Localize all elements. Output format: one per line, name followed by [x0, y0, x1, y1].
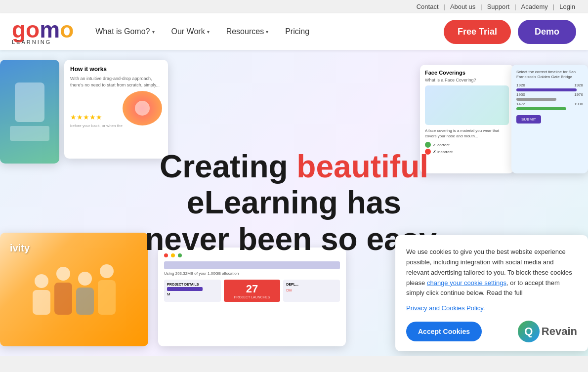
quiz-row-3: 1472 1938 — [516, 102, 583, 106]
main-nav: What is Gomo? ▾ Our Work ▾ Resources ▾ P… — [88, 22, 429, 41]
cookie-text-1: We use cookies to give you the best webs… — [406, 248, 566, 266]
topbar-about[interactable]: About us — [447, 3, 478, 10]
cookie-banner: We use cookies to give you the best webs… — [395, 235, 588, 351]
topbar-academy[interactable]: Academy — [518, 3, 551, 10]
body-1 — [33, 290, 50, 315]
card-face-subtitle: What is a Face Covering? — [425, 78, 509, 83]
sep3: | — [514, 3, 516, 10]
dash-cell-details: PROJECT DETAILS M — [164, 280, 221, 302]
revain-text: Revain — [542, 325, 577, 338]
cell-graphic — [123, 91, 162, 125]
quiz-bar-2 — [516, 98, 556, 101]
cell-date: Din — [286, 288, 337, 292]
body-4 — [98, 280, 116, 315]
privacy-policy-link[interactable]: Privacy and Cookies Policy — [406, 304, 483, 312]
nav-pricing-label: Pricing — [285, 27, 309, 36]
cookie-text-2nd: Privacy and Cookies Policy. — [406, 303, 577, 314]
demo-button[interactable]: Demo — [518, 20, 576, 44]
nav-our-work[interactable]: Our Work ▾ — [165, 22, 216, 41]
scene-inner — [0, 60, 59, 164]
quiz-submit-button[interactable]: SUBMIT — [516, 115, 541, 124]
face-image — [425, 85, 509, 125]
hero-line1: Creating — [160, 149, 296, 184]
dash-cell-deploy: DEPL... Din — [283, 280, 340, 302]
top-bar: Contact | About us | Support | Academy |… — [0, 0, 588, 13]
header-actions: Free Trial Demo — [444, 20, 576, 44]
chevron-down-icon: ▾ — [266, 29, 268, 35]
topbar-support[interactable]: Support — [484, 3, 513, 10]
road-graphic — [10, 126, 49, 141]
quiz-year6: 1938 — [574, 102, 583, 106]
card-face-title: Face Coverings — [425, 70, 509, 76]
cell-details-label: PROJECT DETAILS — [167, 283, 218, 286]
head-1 — [35, 274, 48, 288]
quiz-year3: 1950 — [516, 92, 525, 97]
cell-bar — [167, 287, 203, 291]
chevron-down-icon: ▾ — [207, 29, 210, 35]
logo-o2: o — [60, 17, 74, 42]
head-2 — [56, 267, 70, 281]
hero-line2: eLearning has — [187, 185, 401, 220]
nav-resources[interactable]: Resources ▾ — [219, 22, 275, 41]
cell-inner — [135, 101, 150, 116]
quiz-year2: 1928 — [574, 83, 583, 87]
card-team-photo: ivity — [0, 233, 148, 346]
dash-grid: PROJECT DETAILS M 27 PROJECT LAUNCHES DE… — [164, 280, 340, 302]
free-trial-button[interactable]: Free Trial — [444, 20, 511, 44]
card-how-text: With an intuitive drag-and-drop approach… — [70, 76, 162, 88]
dash-cell-launches: PROJECT LAUNCHES — [234, 295, 270, 299]
logo-learning: LEARNING — [12, 39, 51, 45]
nav-pricing[interactable]: Pricing — [278, 22, 316, 41]
accept-cookies-button[interactable]: Accept Cookies — [406, 322, 482, 341]
cell-m: M — [167, 292, 218, 296]
head-4 — [100, 264, 114, 278]
quiz-question: Select the correct timeline for San Fran… — [516, 70, 583, 80]
logo-gomo: gomo — [12, 18, 74, 41]
sep2: | — [480, 3, 482, 10]
head-3 — [78, 272, 92, 286]
quiz-year4: 1976 — [574, 92, 583, 97]
quiz-row-2: 1950 1976 — [516, 92, 583, 97]
cookie-settings-link[interactable]: change your cookie settings — [427, 279, 506, 287]
cell-deploy-label: DEPL... — [286, 283, 337, 286]
topbar-contact[interactable]: Contact — [414, 3, 442, 10]
sep1: | — [444, 3, 445, 10]
sep4: | — [553, 3, 554, 10]
person-4 — [98, 264, 116, 315]
nav-what-label: What is Gomo? — [95, 27, 150, 36]
cookie-text: We use cookies to give you the best webs… — [406, 247, 577, 298]
chevron-down-icon: ▾ — [152, 29, 155, 35]
card-scene-left — [0, 60, 59, 164]
dash-cell-number: 27 PROJECT LAUNCHES — [224, 280, 281, 302]
body-3 — [76, 288, 94, 315]
revain-q-icon: Q — [518, 321, 540, 342]
logo-wrap: gomo LEARNING — [12, 18, 74, 45]
topbar-login[interactable]: Login — [556, 3, 578, 10]
card-how-title: How it works — [70, 66, 162, 73]
cookie-actions: Accept Cookies Q Revain — [406, 321, 577, 342]
dash-big-number: 27 — [246, 283, 258, 295]
quiz-bar-1 — [516, 88, 577, 91]
header: gomo LEARNING What is Gomo? ▾ Our Work ▾… — [0, 13, 588, 50]
nav-resources-label: Resources — [226, 27, 264, 36]
body-2 — [54, 283, 72, 315]
person-1 — [33, 274, 50, 315]
person-2 — [54, 267, 72, 315]
people-group — [33, 264, 116, 315]
nav-what-is-gomo[interactable]: What is Gomo? ▾ — [88, 22, 161, 41]
quiz-year5: 1472 — [516, 102, 525, 106]
quiz-year1: 1926 — [516, 83, 525, 87]
hero-highlight: beautiful — [296, 149, 428, 184]
quiz-row-1: 1926 1928 — [516, 83, 583, 87]
cookie-text-5: . — [483, 304, 485, 312]
nav-ourwork-label: Our Work — [171, 27, 205, 36]
person-silhouette — [15, 83, 44, 122]
team-text-overlay: ivity — [10, 243, 30, 254]
logo[interactable]: gomo LEARNING — [12, 18, 74, 45]
person-3 — [76, 272, 94, 315]
hero-section: How it works With an intuitive drag-and-… — [0, 50, 588, 356]
quiz-bar-3 — [516, 107, 566, 110]
revain-logo: Q Revain — [518, 321, 577, 342]
card-quiz: Select the correct timeline for San Fran… — [511, 65, 588, 173]
